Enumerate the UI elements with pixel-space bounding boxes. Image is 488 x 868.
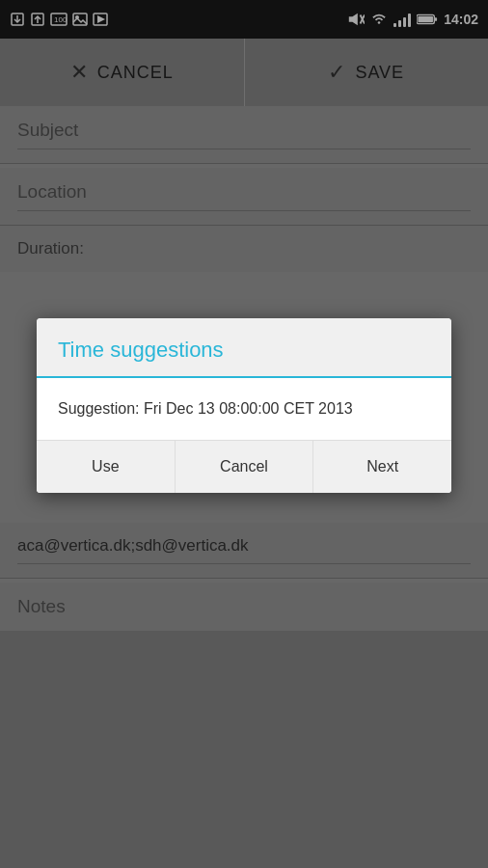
use-button[interactable]: Use — [37, 441, 176, 493]
dialog-cancel-button[interactable]: Cancel — [176, 441, 314, 493]
dialog-title: Time suggestions — [58, 338, 430, 363]
time-suggestions-dialog: Time suggestions Suggestion: Fri Dec 13 … — [37, 318, 451, 493]
dialog-body: Suggestion: Fri Dec 13 08:00:00 CET 2013 — [37, 378, 451, 440]
next-button[interactable]: Next — [313, 441, 451, 493]
dialog-buttons: Use Cancel Next — [37, 440, 451, 493]
dialog-title-bar: Time suggestions — [37, 318, 451, 378]
suggestion-text: Suggestion: Fri Dec 13 08:00:00 CET 2013 — [58, 397, 430, 420]
